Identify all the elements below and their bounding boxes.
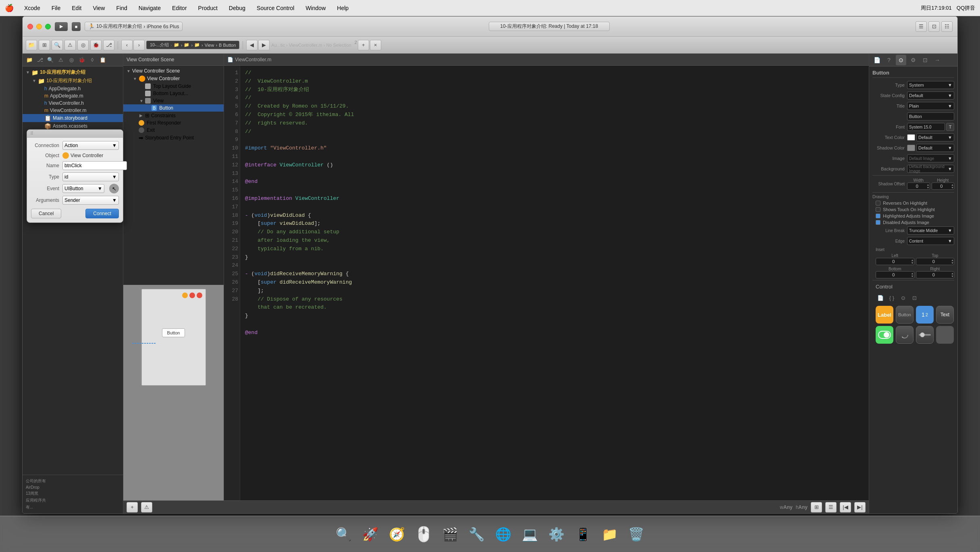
- tree-assets[interactable]: 📦 Assets.xcassets: [23, 122, 123, 130]
- button-widget[interactable]: Button: [896, 306, 914, 324]
- ctrl-doc-icon[interactable]: 📄: [876, 293, 885, 303]
- nav-symbol-icon[interactable]: ⎇: [35, 56, 44, 64]
- dock-system-prefs[interactable]: ⚙️: [544, 522, 569, 546]
- tree-viewcontroller-h[interactable]: h ViewController.h: [23, 100, 123, 107]
- debug-toggle[interactable]: ⊡: [928, 21, 940, 32]
- toggle-widget[interactable]: [876, 326, 893, 344]
- source-icon[interactable]: ⎇: [103, 40, 114, 50]
- slider-widget[interactable]: [916, 326, 934, 344]
- tree-appdelegate-m[interactable]: m AppDelegate.m: [23, 92, 123, 100]
- dock-movie[interactable]: 🎬: [438, 522, 462, 546]
- stop-button[interactable]: ■: [72, 22, 81, 31]
- menu-debug[interactable]: Debug: [226, 4, 248, 12]
- bottom-add-btn[interactable]: +: [127, 502, 138, 513]
- search-icon[interactable]: 🔍: [52, 40, 63, 50]
- menu-file[interactable]: File: [49, 4, 63, 12]
- run-button[interactable]: ▶: [55, 22, 68, 31]
- folder-icon[interactable]: 📁: [26, 40, 37, 50]
- menu-xcode[interactable]: Xcode: [22, 4, 43, 12]
- ctrl-spinner-item[interactable]: [896, 326, 914, 344]
- dock-terminal[interactable]: 💻: [518, 522, 542, 546]
- shadow-width-field[interactable]: 0 ▲ ▼: [907, 183, 930, 190]
- menu-help[interactable]: Help: [334, 4, 351, 12]
- menu-edit[interactable]: Edit: [69, 4, 84, 12]
- canvas-btn-2[interactable]: [189, 293, 195, 298]
- font-picker-btn[interactable]: T: [946, 123, 954, 131]
- ctrl-stepper-item[interactable]: 12: [916, 306, 934, 324]
- canvas-btn-3[interactable]: [197, 293, 202, 298]
- sb-view[interactable]: ▼ View: [123, 97, 224, 104]
- bg-field[interactable]: Default Background Image ▼: [907, 165, 954, 173]
- editor-back[interactable]: ◀: [246, 40, 257, 50]
- menu-source-control[interactable]: Source Control: [254, 4, 297, 12]
- nav-debug-icon[interactable]: 🐞: [77, 56, 86, 64]
- bottom-issues-btn[interactable]: ⚠: [141, 502, 152, 513]
- sb-exit[interactable]: Exit: [123, 127, 224, 134]
- check-highlighted-box[interactable]: [876, 214, 880, 218]
- dock-safari[interactable]: 🧭: [385, 522, 409, 546]
- close-button[interactable]: [27, 24, 33, 29]
- scheme-selector[interactable]: 🏃 10-应用程序对象介绍 › iPhone 6s Plus: [85, 22, 183, 31]
- nav-search-icon[interactable]: 🔍: [46, 56, 55, 64]
- sb-constraints[interactable]: ▶ ⊞ Constraints: [123, 112, 224, 119]
- check-disabled-box[interactable]: [876, 220, 880, 225]
- color-field[interactable]: Default ▼: [916, 133, 954, 141]
- menu-navigate[interactable]: Navigate: [136, 4, 163, 12]
- nav-issues-icon[interactable]: ⚠: [56, 56, 65, 64]
- dock-folder[interactable]: 📁: [598, 522, 622, 546]
- nav-tests-icon[interactable]: ◎: [67, 56, 76, 64]
- inset-top-field[interactable]: 0 ▲ ▼: [916, 258, 955, 265]
- sb-toplayout[interactable]: Top Layout Guide: [123, 83, 224, 90]
- shadow-color-field[interactable]: Default ▼: [916, 144, 954, 152]
- dock-finder[interactable]: 🔍: [332, 522, 356, 546]
- tree-appdelegate-h[interactable]: h AppDelegate.h: [23, 85, 123, 92]
- inspector-size-icon[interactable]: ⊡: [920, 55, 930, 65]
- ctrl-slider-item[interactable]: [916, 326, 934, 344]
- font-field[interactable]: System 15.0: [907, 123, 945, 131]
- stop-btn-2[interactable]: ▶|: [854, 502, 866, 513]
- list-btn[interactable]: ☰: [825, 502, 837, 513]
- ctrl-button-item[interactable]: Button: [896, 306, 914, 324]
- ctrl-circle-icon[interactable]: ⊙: [898, 293, 908, 303]
- dock-mouse[interactable]: 🖱️: [411, 522, 436, 546]
- menu-product[interactable]: Product: [196, 4, 220, 12]
- button-element[interactable]: Button: [162, 328, 185, 337]
- line-add-btn[interactable]: +: [358, 40, 369, 50]
- warning-icon[interactable]: ⚠: [64, 40, 76, 50]
- dock-app1[interactable]: 📱: [571, 522, 595, 546]
- line-break-field[interactable]: Truncate Middle ▼: [907, 226, 954, 234]
- tree-subgroup[interactable]: ▼ 📁 10-应用程序对象介绍: [23, 77, 123, 85]
- shadow-width-stepper[interactable]: ▲ ▼: [927, 183, 930, 189]
- sb-entry-point[interactable]: ➡ Storyboard Entry Point: [123, 134, 224, 142]
- dock-tools[interactable]: 🔧: [465, 522, 489, 546]
- check-reverses-box[interactable]: [876, 201, 880, 205]
- check-shows-touch-box[interactable]: [876, 207, 880, 212]
- ime-indicator[interactable]: QQ拼音: [957, 4, 975, 12]
- grid-btn[interactable]: ⊞: [811, 502, 822, 513]
- inset-left-stepper[interactable]: ▲ ▼: [911, 259, 914, 264]
- inset-top-stepper[interactable]: ▲ ▼: [951, 259, 954, 264]
- edge-field[interactable]: Content ▼: [907, 237, 954, 245]
- dock-launchpad[interactable]: 🚀: [358, 522, 382, 546]
- sb-button[interactable]: B Button: [123, 104, 224, 112]
- shadow-height-stepper[interactable]: ▲ ▼: [951, 183, 954, 189]
- tree-main-storyboard[interactable]: 📋 Main.storyboard: [23, 114, 123, 122]
- grid-icon[interactable]: ⊞: [39, 40, 50, 50]
- inset-right-stepper[interactable]: ▲ ▼: [951, 272, 954, 278]
- back-button[interactable]: ‹: [121, 40, 133, 50]
- ctrl-text-item[interactable]: Text: [936, 306, 954, 324]
- nav-breakpoint-icon[interactable]: ◊: [88, 56, 97, 64]
- test-icon[interactable]: ◎: [77, 40, 89, 50]
- inspector-quick-help-icon[interactable]: ?: [884, 55, 894, 65]
- line-search-btn[interactable]: ×: [370, 40, 381, 50]
- shadow-color-swatch[interactable]: [907, 145, 915, 151]
- sb-scene[interactable]: ▼ View Controller Scene: [123, 67, 224, 75]
- nav-project-icon[interactable]: 📁: [25, 56, 34, 64]
- utility-toggle[interactable]: ☷: [941, 21, 953, 32]
- nav-report-icon[interactable]: 📋: [98, 56, 107, 64]
- menu-editor[interactable]: Editor: [170, 4, 189, 12]
- code-content[interactable]: 1 2 3 4 5 6 7 8 9 10 11 12 13: [224, 66, 869, 500]
- inset-bottom-field[interactable]: 0 ▲ ▼: [876, 271, 914, 278]
- type-field[interactable]: System ▼: [907, 81, 954, 89]
- canvas-btn-1[interactable]: [182, 293, 188, 298]
